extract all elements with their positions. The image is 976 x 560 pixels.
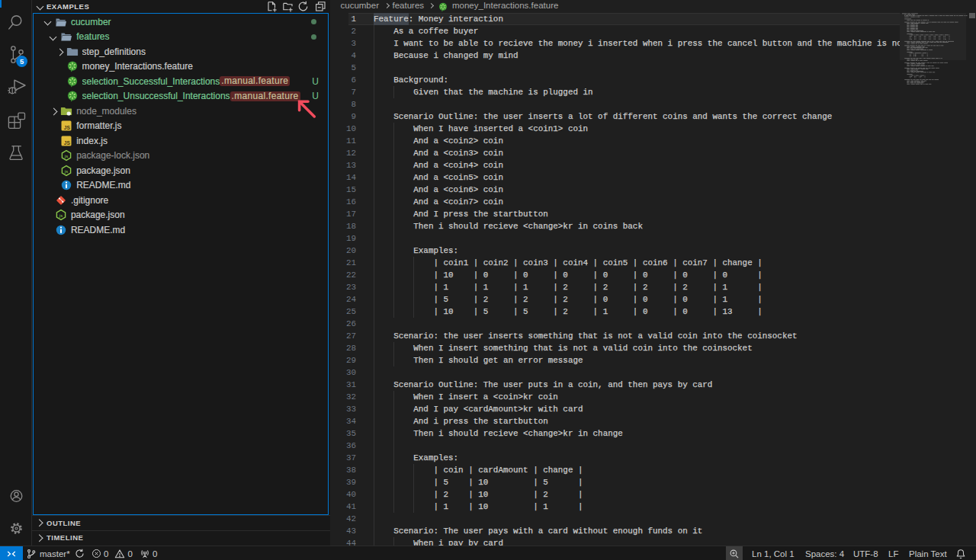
svg-text:JS: JS [64, 140, 71, 146]
svg-text:js: js [64, 154, 68, 158]
svg-text:js: js [64, 168, 68, 173]
svg-text:JS: JS [64, 125, 71, 130]
svg-text:js: js [59, 213, 63, 218]
svg-text:5: 5 [20, 57, 24, 66]
